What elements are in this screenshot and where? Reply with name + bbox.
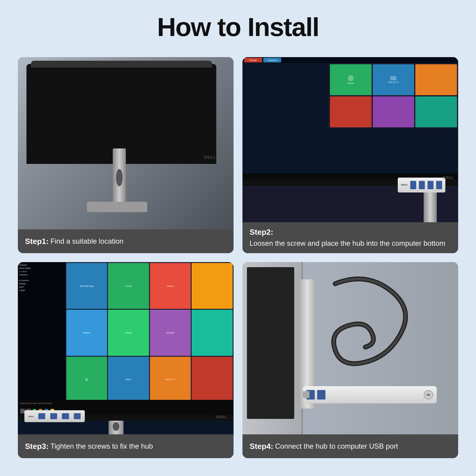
step3-image: Notepad Movie Maker is added Tweetium le… [18,262,234,434]
step4-label: Step4: [250,442,273,451]
step3-label: Step3: [25,442,48,451]
step3-caption: Step3: Tighten the screws to fix the hub [18,434,234,458]
step1-description: Find a suitable location [50,237,123,246]
step3-description: Tighten the screws to fix the hub [50,441,153,451]
page-title: How to Install [157,12,319,42]
step2-card: People OneNote Music Film & TV [242,57,458,253]
step1-image: D∈LL [18,57,234,229]
step2-caption: Step2: Loosen the screw and place the hu… [242,222,458,253]
step3-card: Notepad Movie Maker is added Tweetium le… [18,262,234,458]
step4-caption: Step4: Connect the hub to computer USB p… [242,434,458,458]
step2-description: Loosen the screw and place the hub into … [250,239,445,248]
step4-description: Connect the hub to computer USB port [275,441,398,451]
step1-caption: Step1: Find a suitable location [18,229,234,253]
step2-label: Step2: [250,228,273,237]
cable-svg [307,266,447,386]
step4-image [242,262,458,434]
step1-label: Step1: [25,237,48,246]
steps-grid: D∈LL Step1: Find a suitable location Peo… [18,57,458,458]
step1-card: D∈LL Step1: Find a suitable location [18,57,234,253]
step4-card: Step4: Connect the hub to computer USB p… [242,262,458,458]
step2-image: People OneNote Music Film & TV [242,57,458,222]
